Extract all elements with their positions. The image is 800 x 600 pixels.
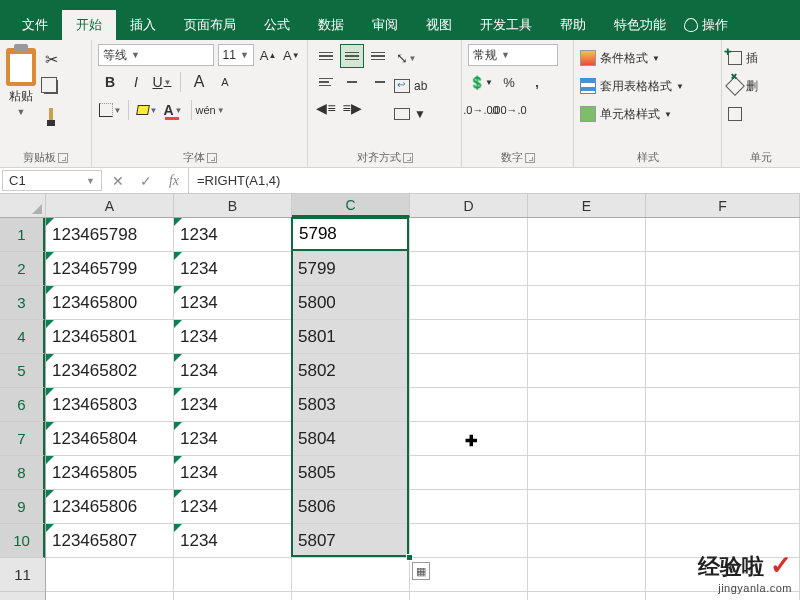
cell-C10[interactable]: 5807 bbox=[292, 524, 410, 558]
cell-C8[interactable]: 5805 bbox=[292, 456, 410, 490]
align-left[interactable] bbox=[314, 70, 338, 94]
orientation-button[interactable]: ⤡▼ bbox=[394, 46, 418, 70]
italic-button[interactable]: I bbox=[124, 70, 148, 94]
fill-color-button[interactable]: ▼ bbox=[135, 98, 159, 122]
cell-F7[interactable] bbox=[646, 422, 800, 456]
decrease-font-button[interactable]: A▼ bbox=[282, 44, 301, 66]
cell-B2[interactable]: 1234 bbox=[174, 252, 292, 286]
cell-E1[interactable] bbox=[528, 218, 646, 252]
cell-E8[interactable] bbox=[528, 456, 646, 490]
cell-B7[interactable]: 1234 bbox=[174, 422, 292, 456]
cell-A8[interactable]: 123465805 bbox=[46, 456, 174, 490]
font-shrink-a[interactable]: A bbox=[213, 70, 237, 94]
ribbon-tab-10[interactable]: 特色功能 bbox=[600, 10, 680, 40]
cell-C2[interactable]: 5799 bbox=[292, 252, 410, 286]
row-header-8[interactable]: 8 bbox=[0, 456, 45, 490]
decrease-indent[interactable]: ◀≡ bbox=[314, 96, 338, 120]
tell-me[interactable]: 操作 bbox=[684, 10, 728, 40]
font-size-combo[interactable]: 11▼ bbox=[218, 44, 255, 66]
comma-button[interactable]: , bbox=[524, 70, 550, 94]
cell-C4[interactable]: 5801 bbox=[292, 320, 410, 354]
cell-E5[interactable] bbox=[528, 354, 646, 388]
delete-cell-button[interactable]: 删 bbox=[728, 74, 794, 98]
number-format-combo[interactable]: 常规▼ bbox=[468, 44, 558, 66]
ribbon-tab-8[interactable]: 开发工具 bbox=[466, 10, 546, 40]
cell-F5[interactable] bbox=[646, 354, 800, 388]
percent-button[interactable]: % bbox=[496, 70, 522, 94]
font-name-combo[interactable]: 等线▼ bbox=[98, 44, 214, 66]
format-table-button[interactable]: 套用表格格式▼ bbox=[580, 74, 715, 98]
ribbon-tab-7[interactable]: 视图 bbox=[412, 10, 466, 40]
cell-A5[interactable]: 123465802 bbox=[46, 354, 174, 388]
row-header-6[interactable]: 6 bbox=[0, 388, 45, 422]
copy-button[interactable] bbox=[40, 76, 62, 98]
ribbon-tab-5[interactable]: 数据 bbox=[304, 10, 358, 40]
cell-C5[interactable]: 5802 bbox=[292, 354, 410, 388]
cut-button[interactable]: ✂ bbox=[40, 48, 62, 70]
row-header-10[interactable]: 10 bbox=[0, 524, 45, 558]
paste-icon[interactable] bbox=[6, 48, 36, 86]
align-right[interactable] bbox=[366, 70, 390, 94]
row-header-7[interactable]: 7 bbox=[0, 422, 45, 456]
font-dialog-launcher[interactable] bbox=[207, 153, 217, 163]
row-header-12[interactable]: 12 bbox=[0, 592, 45, 600]
ribbon-tab-9[interactable]: 帮助 bbox=[546, 10, 600, 40]
cell-E7[interactable] bbox=[528, 422, 646, 456]
cell-F6[interactable] bbox=[646, 388, 800, 422]
cell-A11[interactable] bbox=[46, 558, 174, 592]
cell-A4[interactable]: 123465801 bbox=[46, 320, 174, 354]
number-dialog-launcher[interactable] bbox=[525, 153, 535, 163]
cell-D1[interactable] bbox=[410, 218, 528, 252]
row-header-4[interactable]: 4 bbox=[0, 320, 45, 354]
col-header-C[interactable]: C bbox=[292, 194, 410, 217]
bold-button[interactable]: B bbox=[98, 70, 122, 94]
cell-F1[interactable] bbox=[646, 218, 800, 252]
conditional-format-button[interactable]: 条件格式▼ bbox=[580, 46, 715, 70]
paste-button[interactable]: 粘贴 bbox=[9, 88, 33, 105]
cell-B8[interactable]: 1234 bbox=[174, 456, 292, 490]
increase-decimal[interactable]: .0→.00 bbox=[468, 98, 494, 122]
phonetic-button[interactable]: wén▼ bbox=[198, 98, 222, 122]
align-top[interactable] bbox=[314, 44, 338, 68]
row-header-3[interactable]: 3 bbox=[0, 286, 45, 320]
cell-B5[interactable]: 1234 bbox=[174, 354, 292, 388]
clipboard-dialog-launcher[interactable] bbox=[58, 153, 68, 163]
cell-D8[interactable] bbox=[410, 456, 528, 490]
cell-E2[interactable] bbox=[528, 252, 646, 286]
cell-D3[interactable] bbox=[410, 286, 528, 320]
cell-B6[interactable]: 1234 bbox=[174, 388, 292, 422]
align-bottom[interactable] bbox=[366, 44, 390, 68]
cell-C12[interactable] bbox=[292, 592, 410, 600]
name-box[interactable]: C1▼ bbox=[2, 170, 102, 191]
cell-D9[interactable] bbox=[410, 490, 528, 524]
autofill-options-button[interactable]: ▦ bbox=[412, 562, 430, 580]
align-center[interactable] bbox=[340, 70, 364, 94]
accounting-button[interactable]: 💲▼ bbox=[468, 70, 494, 94]
border-button[interactable]: ▼ bbox=[98, 98, 122, 122]
cell-B9[interactable]: 1234 bbox=[174, 490, 292, 524]
ribbon-tab-2[interactable]: 插入 bbox=[116, 10, 170, 40]
cell-F9[interactable] bbox=[646, 490, 800, 524]
cell-B4[interactable]: 1234 bbox=[174, 320, 292, 354]
cell-D6[interactable] bbox=[410, 388, 528, 422]
cell-A10[interactable]: 123465807 bbox=[46, 524, 174, 558]
ribbon-tab-1[interactable]: 开始 bbox=[62, 10, 116, 40]
insert-cell-button[interactable]: 插 bbox=[728, 46, 794, 70]
cancel-formula-button[interactable]: ✕ bbox=[104, 173, 132, 189]
fx-button[interactable]: fx bbox=[160, 173, 188, 189]
cell-E10[interactable] bbox=[528, 524, 646, 558]
row-header-1[interactable]: 1 bbox=[0, 218, 45, 252]
col-header-D[interactable]: D bbox=[410, 194, 528, 217]
cell-B1[interactable]: 1234 bbox=[174, 218, 292, 252]
format-painter-button[interactable] bbox=[40, 104, 62, 126]
cell-D4[interactable] bbox=[410, 320, 528, 354]
increase-indent[interactable]: ≡▶ bbox=[340, 96, 364, 120]
cell-C11[interactable] bbox=[292, 558, 410, 592]
cells-area[interactable]: 1234657981234123465799123457991234658001… bbox=[46, 218, 800, 600]
decrease-decimal[interactable]: .00→.0 bbox=[496, 98, 522, 122]
cell-B11[interactable] bbox=[174, 558, 292, 592]
cell-C9[interactable]: 5806 bbox=[292, 490, 410, 524]
wrap-text-button[interactable]: ab bbox=[394, 74, 427, 98]
cell-F8[interactable] bbox=[646, 456, 800, 490]
col-header-A[interactable]: A bbox=[46, 194, 174, 217]
